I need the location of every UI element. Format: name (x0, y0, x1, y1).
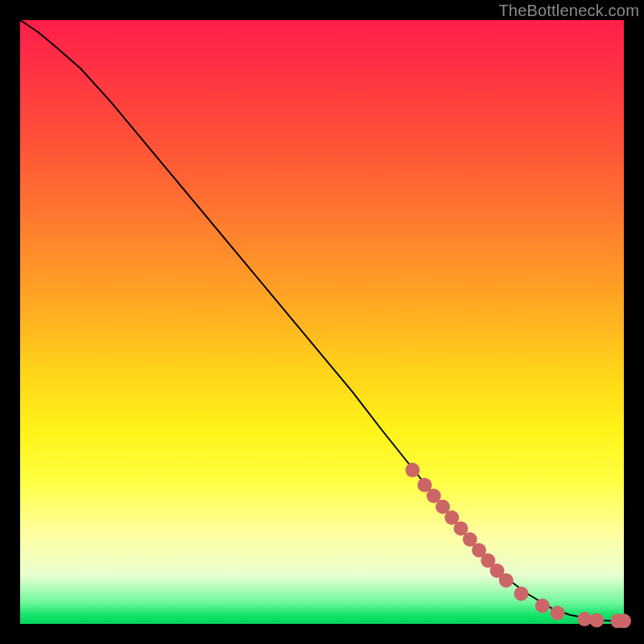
data-point (589, 613, 604, 628)
data-point (499, 573, 514, 588)
data-point (514, 587, 529, 601)
chart-frame: TheBottleneck.com (0, 0, 644, 644)
chart-overlay (20, 20, 624, 624)
data-points (406, 463, 632, 629)
watermark-label: TheBottleneck.com (498, 2, 639, 20)
data-point (551, 606, 565, 621)
data-point (406, 463, 420, 477)
bottleneck-curve (20, 20, 624, 621)
data-point (535, 599, 550, 613)
data-point (617, 613, 631, 628)
